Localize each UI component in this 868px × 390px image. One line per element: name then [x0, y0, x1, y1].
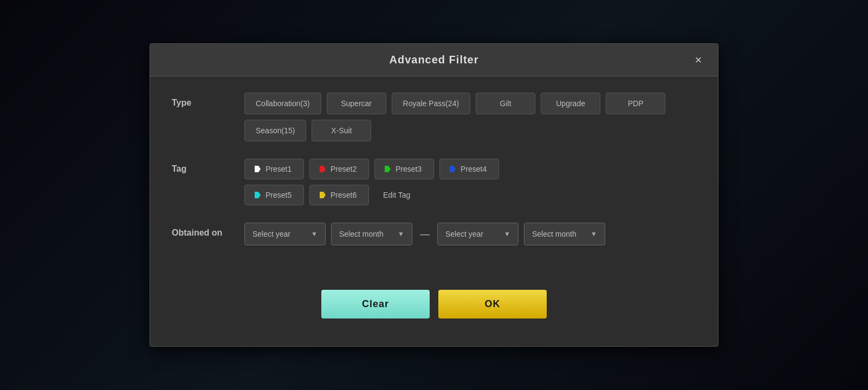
from-month-select[interactable]: Select month ▼	[331, 223, 412, 245]
obtained-selects-container: Select year ▼ Select month ▼ — Select ye…	[244, 223, 605, 245]
preset2-icon	[319, 165, 326, 173]
to-month-chevron-icon: ▼	[591, 230, 597, 238]
preset5-icon	[254, 191, 261, 199]
preset4-icon	[449, 165, 456, 173]
type-btn-collaboration[interactable]: Collaboration(3)	[244, 93, 321, 114]
tag-btn-preset1[interactable]: Preset1	[244, 159, 304, 179]
preset2-label: Preset2	[331, 165, 357, 173]
dialog-title: Advanced Filter	[389, 54, 478, 66]
preset4-label: Preset4	[461, 165, 487, 173]
type-btn-season[interactable]: Season(15)	[244, 120, 306, 141]
from-month-chevron-icon: ▼	[398, 230, 404, 238]
to-month-placeholder: Select month	[532, 230, 576, 238]
ok-button[interactable]: OK	[438, 290, 547, 318]
tag-btn-preset4[interactable]: Preset4	[439, 159, 499, 179]
tag-btn-preset2[interactable]: Preset2	[309, 159, 369, 179]
date-range-separator: —	[418, 229, 432, 240]
tag-btn-preset5[interactable]: Preset5	[244, 185, 304, 205]
to-year-placeholder: Select year	[445, 230, 483, 238]
clear-button[interactable]: Clear	[321, 290, 430, 318]
to-month-select[interactable]: Select month ▼	[524, 223, 605, 245]
dialog-footer: Clear OK	[150, 279, 718, 338]
obtained-filter-row: Obtained on Select year ▼ Select month ▼…	[172, 223, 696, 245]
type-btn-gilt[interactable]: Gilt	[476, 93, 535, 114]
tag-filter-row: Tag Preset1Preset2Preset3Preset4Preset5P…	[172, 159, 696, 205]
type-buttons-container: Collaboration(3)SupercarRoyale Pass(24)G…	[244, 93, 696, 141]
preset1-label: Preset1	[265, 165, 292, 173]
dialog-header: Advanced Filter ×	[150, 44, 718, 76]
from-month-placeholder: Select month	[339, 230, 384, 238]
type-btn-royale-pass[interactable]: Royale Pass(24)	[392, 93, 471, 114]
to-year-select[interactable]: Select year ▼	[437, 223, 519, 245]
obtained-label: Obtained on	[172, 223, 231, 238]
preset6-icon	[319, 191, 326, 199]
type-btn-upgrade[interactable]: Upgrade	[541, 93, 600, 114]
from-year-chevron-icon: ▼	[311, 230, 318, 238]
to-year-chevron-icon: ▼	[504, 230, 510, 238]
tag-buttons-container: Preset1Preset2Preset3Preset4Preset5Prese…	[244, 159, 696, 205]
advanced-filter-dialog: Advanced Filter × Type Collaboration(3)S…	[150, 43, 718, 347]
type-filter-row: Type Collaboration(3)SupercarRoyale Pass…	[172, 93, 696, 141]
preset3-icon	[384, 165, 391, 173]
tag-label: Tag	[172, 159, 231, 174]
from-year-placeholder: Select year	[252, 230, 290, 238]
preset5-label: Preset5	[265, 191, 292, 199]
close-button[interactable]: ×	[690, 51, 707, 69]
tag-btn-preset6[interactable]: Preset6	[309, 185, 369, 205]
edit-tag-button[interactable]: Edit Tag	[374, 185, 419, 205]
type-label: Type	[172, 93, 231, 108]
type-btn-x-suit[interactable]: X-Suit	[312, 120, 371, 141]
type-btn-supercar[interactable]: Supercar	[327, 93, 386, 114]
preset1-icon	[254, 165, 261, 173]
from-year-select[interactable]: Select year ▼	[244, 223, 326, 245]
preset6-label: Preset6	[331, 191, 357, 199]
type-btn-pdp[interactable]: PDP	[606, 93, 665, 114]
dialog-body: Type Collaboration(3)SupercarRoyale Pass…	[150, 76, 718, 279]
preset3-label: Preset3	[396, 165, 422, 173]
tag-btn-preset3[interactable]: Preset3	[374, 159, 434, 179]
